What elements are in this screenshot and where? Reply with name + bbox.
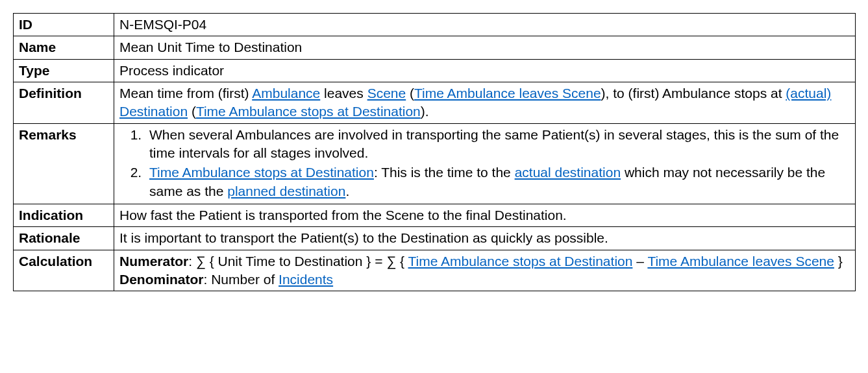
row-remarks: Remarks When several Ambulances are invo… bbox=[14, 123, 856, 204]
link-time-ambulance-leaves-scene[interactable]: Time Ambulance leaves Scene bbox=[647, 254, 834, 269]
remarks-list: When several Ambulances are involved in … bbox=[119, 126, 850, 200]
link-ambulance[interactable]: Ambulance bbox=[252, 86, 320, 101]
remark-text: . bbox=[345, 184, 349, 199]
row-type: Type Process indicator bbox=[14, 59, 856, 82]
label-definition: Definition bbox=[14, 82, 114, 124]
value-indication: How fast the Patient is transported from… bbox=[114, 204, 856, 227]
link-actual-destination[interactable]: actual destination bbox=[515, 165, 621, 180]
value-type: Process indicator bbox=[114, 59, 856, 82]
remark-text: : This is the time to the bbox=[374, 165, 515, 180]
label-calculation: Calculation bbox=[14, 250, 114, 291]
row-name: Name Mean Unit Time to Destination bbox=[14, 36, 856, 59]
definition-text: Mean time from (first) bbox=[119, 86, 252, 101]
calculation-numerator: Numerator: ∑ { Unit Time to Destination … bbox=[119, 252, 850, 271]
value-remarks: When several Ambulances are involved in … bbox=[114, 123, 856, 204]
denominator-label: Denominator bbox=[119, 272, 204, 287]
calc-text: : ∑ { Unit Time to Destination } = ∑ { bbox=[188, 254, 408, 269]
definition-text: ( bbox=[406, 86, 414, 101]
calc-text: – bbox=[632, 254, 647, 269]
row-id: ID N-EMSQI-P04 bbox=[14, 14, 856, 36]
definition-text: ). bbox=[421, 104, 429, 119]
definition-text: ), to (first) Ambulance stops at bbox=[601, 86, 786, 101]
row-definition: Definition Mean time from (first) Ambula… bbox=[14, 82, 856, 124]
row-indication: Indication How fast the Patient is trans… bbox=[14, 204, 856, 227]
link-time-ambulance-leaves-scene[interactable]: Time Ambulance leaves Scene bbox=[414, 86, 601, 101]
remark-item-2: Time Ambulance stops at Destination: Thi… bbox=[145, 163, 850, 200]
label-name: Name bbox=[14, 36, 114, 59]
label-rationale: Rationale bbox=[14, 227, 114, 250]
calculation-denominator: Denominator: Number of Incidents bbox=[119, 271, 850, 289]
row-rationale: Rationale It is important to transport t… bbox=[14, 227, 856, 250]
label-type: Type bbox=[14, 59, 114, 82]
value-name: Mean Unit Time to Destination bbox=[114, 36, 856, 59]
link-scene[interactable]: Scene bbox=[367, 86, 406, 101]
row-calculation: Calculation Numerator: ∑ { Unit Time to … bbox=[14, 250, 856, 291]
calc-text: : Number of bbox=[204, 272, 279, 287]
link-planned-destination[interactable]: planned destination bbox=[227, 184, 345, 199]
link-time-ambulance-stops-at-destination[interactable]: Time Ambulance stops at Destination bbox=[196, 104, 421, 119]
label-remarks: Remarks bbox=[14, 123, 114, 204]
label-id: ID bbox=[14, 14, 114, 36]
indicator-table: ID N-EMSQI-P04 Name Mean Unit Time to De… bbox=[13, 13, 856, 291]
definition-text: leaves bbox=[320, 86, 367, 101]
value-definition: Mean time from (first) Ambulance leaves … bbox=[114, 82, 856, 124]
definition-text: ( bbox=[188, 104, 196, 119]
label-indication: Indication bbox=[14, 204, 114, 227]
link-time-ambulance-stops-at-destination[interactable]: Time Ambulance stops at Destination bbox=[408, 254, 633, 269]
numerator-label: Numerator bbox=[119, 254, 188, 269]
value-calculation: Numerator: ∑ { Unit Time to Destination … bbox=[114, 250, 856, 291]
remark-item-1: When several Ambulances are involved in … bbox=[145, 126, 850, 163]
link-time-ambulance-stops-at-destination[interactable]: Time Ambulance stops at Destination bbox=[149, 165, 374, 180]
link-incidents[interactable]: Incidents bbox=[279, 272, 333, 287]
calc-text: } bbox=[834, 254, 843, 269]
value-id: N-EMSQI-P04 bbox=[114, 14, 856, 36]
value-rationale: It is important to transport the Patient… bbox=[114, 227, 856, 250]
